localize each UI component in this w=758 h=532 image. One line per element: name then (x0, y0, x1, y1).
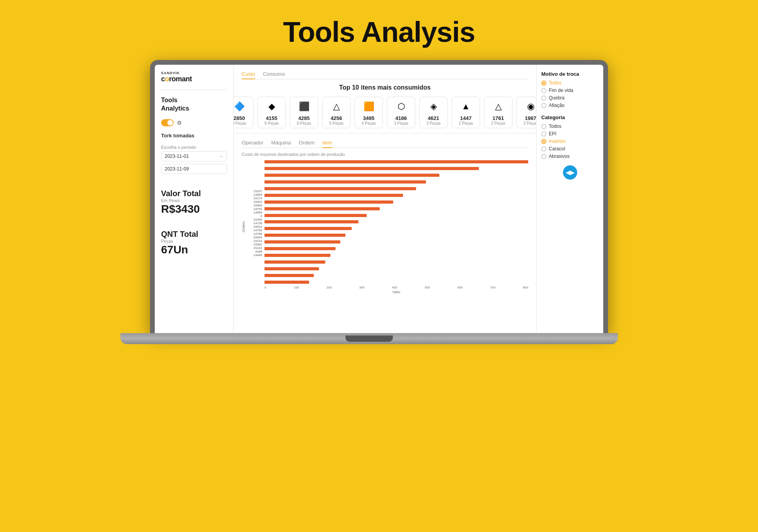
gear-icon[interactable]: ⚙ (177, 120, 182, 126)
y-label-4186: 4186 (255, 250, 262, 253)
toggle-switch[interactable] (161, 119, 174, 126)
x-tick-600: 600 (458, 286, 463, 289)
motivo-option-3[interactable]: Afiação (541, 103, 599, 108)
y-label-15214: 15214 (253, 239, 262, 243)
tab-operador[interactable]: Operador (242, 138, 263, 148)
x-tick-200: 200 (326, 286, 332, 289)
bar-row-14959 (265, 200, 528, 204)
tab-ordem[interactable]: Ordem (299, 138, 315, 148)
bar-row-15174 (265, 173, 528, 177)
laptop-base (120, 333, 618, 344)
logo-product: coromant (161, 75, 227, 83)
categoria-option-4[interactable]: Abrasivos (541, 154, 599, 159)
tab-consumo[interactable]: Consumo (263, 69, 285, 79)
bar-fill-15003 (265, 180, 426, 184)
item-card-7: ▲ 1447 2 Peças (452, 97, 480, 128)
laptop-screen: SANDVIK coromant Tools Analytics ⚙ Tork … (155, 65, 603, 333)
radio-circle-cat-3 (541, 146, 546, 152)
top-items-row: 🔷 2850 9 Peças ◆ 4155 6 Peças ⬛ 4285 6 P… (242, 97, 528, 128)
x-tick-800: 800 (523, 286, 528, 289)
motivo-option-0[interactable]: Todos (541, 80, 599, 86)
radio-circle-motivo-1 (541, 88, 546, 93)
item-num-2: 4285 (298, 115, 310, 121)
tool-image-2: ⬛ (296, 100, 312, 113)
x-axis: 0100200300400500600700800 (265, 284, 528, 289)
date-end-input[interactable]: 2023-11-09 (161, 164, 227, 174)
date-start-input[interactable]: 2023-11-01 → (161, 151, 227, 161)
x-tick-100: 100 (294, 286, 299, 289)
bar-row-14738 (265, 220, 528, 224)
bar-fill-15174 (265, 174, 439, 177)
bar-fill-4186 (265, 274, 314, 277)
item-card-3: △ 4256 5 Peças (322, 97, 351, 128)
tab-custo[interactable]: Custo (242, 69, 255, 79)
tool-image-3: △ (328, 100, 344, 113)
x-tick-0: 0 (265, 286, 266, 289)
tool-image-9: ◉ (523, 100, 536, 113)
categoria-option-0[interactable]: Todos (541, 124, 599, 129)
bar-fill-14752 (265, 194, 403, 197)
item-pieces-3: 5 Peças (329, 121, 343, 126)
y-label-14750: 14750 (253, 229, 262, 232)
valor-sub: Em Reais (161, 198, 227, 203)
motivo-option-1[interactable]: Fim de vida (541, 88, 599, 93)
bar-fill-14959 (265, 200, 393, 204)
item-card-5: ⬡ 4186 3 Peças (387, 97, 415, 128)
item-pieces-8: 2 Peças (491, 121, 505, 126)
item-card-2: ⬛ 4285 6 Peças (290, 97, 318, 128)
x-tick-400: 400 (392, 286, 397, 289)
bar-fill-15214 (265, 254, 330, 257)
y-label-15132: 15132 (253, 246, 262, 250)
item-card-0: 🔷 2850 9 Peças (234, 97, 253, 128)
bar-row-0 (265, 207, 528, 211)
tool-image-8: △ (490, 100, 506, 113)
bar-fill-14738 (265, 220, 358, 223)
item-num-0: 2850 (234, 115, 245, 121)
logo-area: SANDVIK coromant (161, 71, 227, 83)
item-pieces-2: 6 Peças (297, 121, 311, 126)
categoria-option-1[interactable]: EPI (541, 131, 599, 137)
qnt-section: QNT Total Peças 67Un (161, 230, 227, 256)
valor-label: Valor Total (161, 189, 227, 198)
item-card-9: ◉ 1987 2 Peças (516, 97, 536, 128)
motivo-group: TodosFim de vidaQuebraAfiação (541, 80, 599, 108)
item-pieces-1: 6 Peças (265, 121, 279, 126)
y-label-15174: 15174 (253, 197, 262, 200)
item-pieces-6: 3 Peças (426, 121, 441, 126)
tab-item[interactable]: Item (323, 138, 332, 148)
y-label-14738: 14738 (253, 221, 262, 225)
radio-label-cat-4: Abrasivos (549, 154, 570, 159)
bar-row-14766 (265, 240, 528, 244)
categoria-option-2[interactable]: Insertos (541, 139, 599, 144)
categoria-option-3[interactable]: Caracol (541, 146, 599, 152)
motivo-option-2[interactable]: Quebra (541, 95, 599, 101)
item-pieces-0: 9 Peças (234, 121, 246, 126)
nav-button[interactable]: ◀▶ (563, 165, 577, 180)
tool-image-7: ▲ (458, 100, 474, 113)
motivo-title: Motivo de troca (541, 71, 599, 77)
radio-label-cat-2: Insertos (549, 139, 566, 144)
item-pieces-7: 2 Peças (459, 121, 473, 126)
radio-circle-cat-1 (541, 131, 546, 137)
item-card-8: △ 1761 2 Peças (484, 97, 512, 128)
bar-row-15132 (265, 267, 528, 271)
bar-row-14750 (265, 233, 528, 237)
radio-circle-motivo-3 (541, 103, 546, 108)
page-title: Tools Analysis (283, 16, 475, 48)
tool-image-1: ◆ (264, 100, 280, 113)
periodo-section: Escolha o período 2023-11-01 → 2023-11-0… (161, 145, 227, 176)
tab-maquina[interactable]: Máquina (271, 138, 291, 148)
y-label-15061: 15061 (253, 243, 262, 246)
logo-brand: SANDVIK (161, 71, 227, 75)
y-label-15207: 15207 (253, 189, 262, 193)
y-label-15012: 15012 (253, 225, 262, 229)
sidebar-divider (161, 90, 227, 90)
nav-arrows-icon: ◀▶ (566, 169, 574, 176)
bar-row-15207 (265, 160, 528, 164)
item-pieces-5: 3 Peças (394, 121, 408, 126)
top-section: Custo Consumo Top 10 itens mais consumid… (234, 65, 536, 133)
bar-row-15061 (265, 260, 528, 264)
bottom-tabs: Operador Máquina Ordem Item (242, 138, 528, 148)
bar-row-15214 (265, 253, 528, 257)
y-label-15060: 15060 (253, 204, 262, 207)
